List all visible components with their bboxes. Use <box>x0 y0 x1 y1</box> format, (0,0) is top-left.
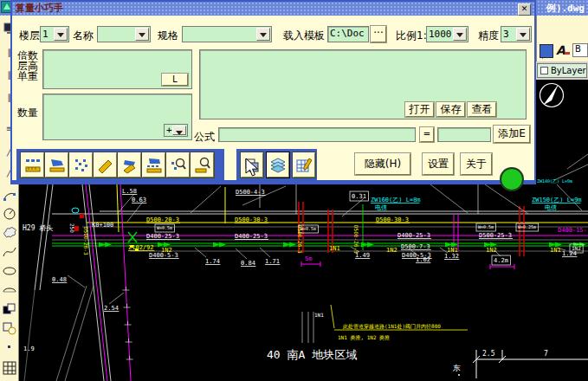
svg-text:1N1 类推, 1N2 类推: 1N1 类推, 1N2 类推 <box>338 334 390 340</box>
measure-line-button[interactable] <box>21 152 44 178</box>
result-textarea[interactable]: 打开 保存 查看 <box>199 49 527 119</box>
browse-button[interactable]: ··· <box>371 26 386 42</box>
open-button[interactable]: 打开 <box>405 102 434 117</box>
bylayer-combo[interactable]: ByLayer <box>537 63 587 78</box>
measure-area-button[interactable] <box>45 152 68 178</box>
insert-block-icon[interactable] <box>1 300 18 318</box>
quantity-textarea[interactable]: + <box>42 94 192 140</box>
svg-text:H29 桥头: H29 桥头 <box>23 224 53 232</box>
svg-text:电信: 电信 <box>545 204 557 211</box>
name-combo[interactable] <box>97 26 151 42</box>
point-icon[interactable] <box>1 338 18 356</box>
svg-text:D500-26-3: D500-26-3 <box>353 225 359 254</box>
svg-text:2.54: 2.54 <box>104 305 119 312</box>
circle-icon[interactable] <box>1 204 18 223</box>
result-input[interactable] <box>437 127 491 142</box>
ellipse-icon[interactable] <box>1 262 18 280</box>
about-button[interactable]: 关于 <box>461 153 492 175</box>
ellipse-arc-icon[interactable] <box>1 281 18 299</box>
view-button[interactable]: 查看 <box>468 102 496 117</box>
svg-text:D500-26-3: D500-26-3 <box>83 227 89 255</box>
svg-text:1N2: 1N2 <box>386 247 397 254</box>
quantity-tool-dialog: 算量小巧手 ✕ 楼层 1 名称 规格 载入模板 C:\Doc ··· 比例1: <box>10 0 536 184</box>
chevron-down-icon[interactable] <box>54 28 68 41</box>
unit-weight-label: 单重 <box>17 71 38 81</box>
template-path-field[interactable]: C:\Doc <box>327 26 369 42</box>
chevron-down-icon[interactable] <box>453 28 467 41</box>
svg-text:7: 7 <box>544 350 548 358</box>
chevron-down-icon[interactable] <box>135 28 149 41</box>
svg-text:D500-30-3: D500-30-3 <box>235 216 268 223</box>
svg-text:D400-25-3: D400-25-3 <box>146 233 179 240</box>
svg-text:4.2m: 4.2m <box>494 257 508 264</box>
svg-text:ZW150(乙) L=9m: ZW150(乙) L=9m <box>532 197 582 203</box>
quantity-label: 数量 <box>17 106 38 120</box>
scale-combo[interactable]: 1000 <box>426 26 468 42</box>
revcloud-icon[interactable] <box>1 223 18 242</box>
equals-button[interactable]: = <box>420 127 434 142</box>
text-style-icon[interactable]: A <box>556 43 570 59</box>
properties-icon[interactable] <box>540 44 553 58</box>
precision-value: 3 <box>503 29 509 40</box>
formula-input[interactable] <box>218 127 416 142</box>
chevron-down-icon[interactable] <box>256 28 270 41</box>
svg-text:W=0.25m: W=0.25m <box>518 224 536 229</box>
segment-measure-button[interactable] <box>142 152 165 178</box>
svg-text:东: 东 <box>452 364 461 372</box>
svg-text:1.02: 1.02 <box>416 256 430 263</box>
svg-text:W=0.5m: W=0.5m <box>478 224 494 229</box>
dialog-title-bar[interactable]: 算量小巧手 ✕ <box>12 2 534 16</box>
formula-label: 公式 <box>194 130 215 145</box>
operator-combo[interactable]: + <box>164 124 188 137</box>
svg-text:1.32: 1.32 <box>444 253 459 260</box>
spline-icon[interactable] <box>1 242 18 261</box>
floor-label: 楼层 <box>19 29 40 43</box>
color-swatch-icon <box>540 67 548 74</box>
svg-text:2.5: 2.5 <box>482 350 495 358</box>
svg-text:电信: 电信 <box>375 204 387 211</box>
svg-text:1N2: 1N2 <box>486 247 497 254</box>
precision-label: 精度 <box>478 29 499 43</box>
layer-field[interactable]: B <box>572 43 588 57</box>
operator-value: + <box>166 125 172 136</box>
ruler-button[interactable] <box>94 152 117 178</box>
status-indicator[interactable] <box>501 168 523 190</box>
svg-text:40 南A 地块区域: 40 南A 地块区域 <box>267 348 357 361</box>
zoom-measure-button[interactable] <box>191 152 214 178</box>
floor-combo[interactable]: 1 <box>40 26 69 42</box>
make-block-icon[interactable] <box>1 319 18 337</box>
zoom-select-button[interactable] <box>166 152 190 178</box>
svg-text:L.58: L.58 <box>122 188 137 195</box>
svg-text:1N1: 1N1 <box>329 245 340 252</box>
svg-text:D500-30-3: D500-30-3 <box>376 216 409 223</box>
save-button[interactable]: 保存 <box>436 102 465 117</box>
svg-text:0.31: 0.31 <box>352 193 366 200</box>
edit-hatch-button[interactable] <box>293 152 315 178</box>
svg-text:D500-26-3: D500-26-3 <box>297 225 303 254</box>
chevron-down-icon[interactable] <box>172 126 186 135</box>
precision-combo[interactable]: 3 <box>501 26 532 42</box>
count-points-button[interactable] <box>69 152 93 178</box>
dialog-body: 楼层 1 名称 规格 载入模板 C:\Doc ··· 比例1: 1000 <box>12 16 534 180</box>
svg-text:D500-20-3: D500-20-3 <box>146 216 179 223</box>
hide-button[interactable]: 隐藏(H) <box>355 153 410 175</box>
svg-text:1.74: 1.74 <box>205 258 220 265</box>
settings-button[interactable]: 设置 <box>423 153 454 175</box>
svg-text:250: 250 <box>69 223 75 233</box>
svg-text:0.48: 0.48 <box>52 276 67 283</box>
area-ruler-button[interactable] <box>118 152 141 178</box>
scale-label: 比例1: <box>396 29 427 43</box>
svg-text:D400-15-: D400-15- <box>558 227 587 234</box>
hatch-icon[interactable] <box>1 358 18 377</box>
svg-text:1N1: 1N1 <box>314 312 324 318</box>
spec-combo[interactable] <box>182 26 272 42</box>
params-textarea[interactable]: L <box>42 49 192 89</box>
l-button[interactable]: L <box>162 74 188 86</box>
close-icon[interactable]: ✕ <box>518 3 531 16</box>
add-button[interactable]: 添加E <box>494 126 530 143</box>
chevron-down-icon[interactable] <box>516 28 530 41</box>
arc-icon[interactable] <box>1 185 18 203</box>
scale-value: 1000 <box>429 29 452 40</box>
svg-text:D400-25-3: D400-25-3 <box>397 232 430 239</box>
layers-button[interactable] <box>267 152 289 178</box>
